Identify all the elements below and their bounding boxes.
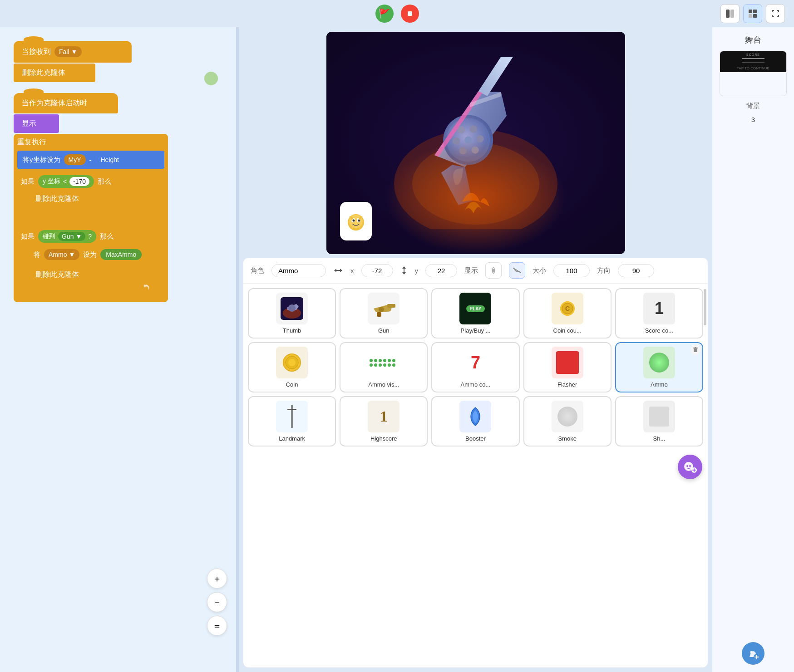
thumb-thumb [276, 293, 308, 324]
sprite-card-highscore[interactable]: 1 Highscore [340, 396, 428, 446]
green-flag-icon: 🚩 [379, 8, 390, 19]
val-170[interactable]: -170 [69, 177, 89, 186]
role-label: 角色 [251, 266, 264, 275]
x-label: x [350, 267, 354, 275]
sprite-name-input[interactable] [271, 264, 326, 277]
set-ammo-block[interactable]: 将 Ammo ▼ 设为 MaxAmmo [29, 245, 154, 264]
sprite-name-gun: Gun [378, 327, 390, 334]
sprite-name-scoreco: Score co... [645, 327, 673, 334]
stage-thumbnail[interactable]: SCORE TAP TO CONTINUE [720, 51, 787, 96]
svg-point-30 [379, 307, 384, 312]
delete-clone-if-gun[interactable]: 删除此克隆体 [29, 266, 85, 283]
backdrop-count: 3 [751, 116, 755, 123]
size-input[interactable] [553, 264, 590, 277]
maxammo-var[interactable]: MaxAmmo [100, 249, 142, 260]
if-gun-block[interactable]: 如果 碰到 Gun ▼ ? 那么 [17, 226, 158, 298]
green-flag-btn[interactable]: 🚩 [375, 5, 394, 23]
sprite-card-ammoco[interactable]: 7 Ammo co... [431, 342, 519, 392]
sprite-card-landmark[interactable]: Landmark [248, 396, 336, 446]
sprite-name-landmark: Landmark [279, 435, 305, 442]
repeat-header: 重复执行 [17, 137, 164, 147]
stage-label: 舞台 [745, 34, 761, 45]
layout-btn-1[interactable] [743, 4, 762, 23]
gun-sprite-icon [371, 299, 396, 318]
block-group-2: 当作为克隆体启动时 显示 重复执行 将y坐标设为 [14, 93, 222, 302]
scratch-cat-icon [345, 208, 367, 235]
dir-input[interactable] [618, 264, 654, 277]
stop-btn[interactable] [401, 5, 419, 23]
repeat-wrapper[interactable]: 重复执行 将y坐标设为 MyY - Height [14, 134, 168, 302]
layout-btn-2[interactable] [766, 4, 785, 23]
sprite-name-flasher: Flasher [557, 381, 577, 388]
x-input[interactable] [361, 264, 393, 277]
sprite-scroll-thumb[interactable] [704, 289, 706, 325]
if-y-block[interactable]: 如果 y 坐标 < -170 那么 [17, 172, 158, 220]
sprite-card-thumb[interactable]: Thumb [248, 288, 336, 338]
sprite-scroll-track [703, 284, 707, 451]
sprite-name-playbuy: Play/Buy ... [461, 327, 491, 334]
visibility-hidden-btn[interactable] [509, 262, 525, 279]
zoom-in-btn[interactable]: ＋ [207, 569, 227, 589]
svg-rect-31 [377, 312, 381, 317]
set-y-block[interactable]: 将y坐标设为 MyY - Height [17, 151, 164, 169]
landmark-icon [285, 405, 299, 428]
svg-rect-2 [726, 10, 730, 18]
backdrop-label: 背景 [746, 102, 760, 110]
visibility-eye-btn[interactable] [485, 262, 502, 279]
svg-rect-5 [753, 10, 757, 13]
gun-bg-glow [385, 141, 567, 254]
sprite-card-scoreco[interactable]: 1 Score co... [615, 288, 703, 338]
thumb-coincou: C [552, 293, 583, 324]
trash-icon [692, 347, 699, 353]
y-arrows-icon [400, 265, 408, 275]
sprite-card-ammo[interactable]: Ammo [615, 342, 703, 392]
layout-btn-0[interactable] [720, 4, 740, 23]
gun-display [326, 32, 625, 254]
loop-arrow-icon [142, 283, 151, 292]
sprite-card-playbuy[interactable]: PLAY Play/Buy ... [431, 288, 519, 338]
ammo-var-dropdown[interactable]: Ammo ▼ [44, 249, 79, 260]
if-gun-body: 将 Ammo ▼ 设为 MaxAmmo [29, 245, 154, 283]
zoom-reset-btn[interactable]: ＝ [207, 616, 227, 636]
sprite-card-coincou[interactable]: C Coin cou... [523, 288, 612, 338]
zoom-out-btn[interactable]: － [207, 592, 227, 612]
clone-start-hat[interactable]: 当作为克隆体启动时 [14, 93, 118, 113]
layout-controls [720, 4, 785, 23]
if-gun-header: 如果 碰到 Gun ▼ ? 那么 [21, 230, 154, 243]
top-bar: 🚩 [0, 0, 794, 27]
when-receive-block[interactable]: 当接收到 Fail ▼ [14, 41, 132, 63]
svg-rect-1 [408, 11, 412, 16]
gun-dropdown[interactable]: Gun ▼ [58, 232, 85, 241]
add-sprite-btn[interactable] [678, 455, 702, 479]
show-block[interactable]: 显示 [14, 114, 59, 133]
sprite-card-ammovis[interactable]: Ammo vis... [340, 342, 428, 392]
sprite-card-sh[interactable]: Sh... [615, 396, 703, 446]
sprite-card-gun[interactable]: Gun [340, 288, 428, 338]
thumb-scoreco: 1 [643, 293, 675, 324]
sprite-name-sh: Sh... [653, 435, 666, 442]
sprite-card-smoke[interactable]: Smoke [523, 396, 612, 446]
x-arrows-icon [333, 267, 343, 274]
thumb-booster [459, 401, 491, 432]
fail-dropdown[interactable]: Fail ▼ [54, 46, 82, 57]
thumb-flasher [552, 347, 583, 378]
svg-point-25 [492, 269, 495, 272]
sprite-name-coincou: Coin cou... [553, 327, 582, 334]
y-input[interactable] [425, 264, 457, 277]
sprite-card-booster[interactable]: Booster [431, 396, 519, 446]
height-var[interactable]: Height [95, 154, 124, 165]
delete-clone-if-y[interactable]: 删除此克隆体 [29, 191, 85, 207]
svg-point-41 [686, 465, 688, 467]
if-y-footer [21, 207, 154, 216]
svg-rect-6 [749, 14, 752, 18]
delete-sprite-btn[interactable] [690, 345, 700, 355]
sprite-card-coin[interactable]: Coin [248, 342, 336, 392]
add-sprite-toolbar [243, 451, 708, 483]
main-layout: 当接收到 Fail ▼ 删除此克隆体 当作为克隆体启动时 [0, 27, 794, 672]
myy-var[interactable]: MyY [64, 154, 86, 165]
delete-clone-block-1[interactable]: 删除此克隆体 [14, 64, 95, 82]
y-label: y [415, 267, 419, 275]
sprite-name-coin: Coin [286, 381, 298, 388]
add-backdrop-btn[interactable] [742, 642, 764, 665]
sprite-card-flasher[interactable]: Flasher [523, 342, 612, 392]
